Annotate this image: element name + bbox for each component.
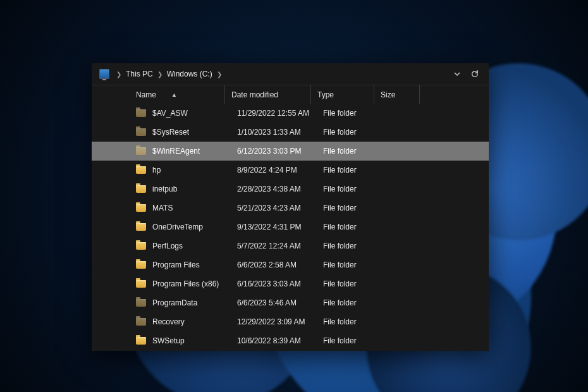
cell-name: inetpub <box>152 185 231 193</box>
column-header-size[interactable]: Size <box>374 85 419 104</box>
cell-date: 8/9/2022 4:24 PM <box>231 166 317 175</box>
folder-icon <box>136 109 146 117</box>
cell-name: $SysReset <box>152 128 231 137</box>
cell-type: File folder <box>317 279 380 288</box>
recent-locations-button[interactable] <box>448 65 466 83</box>
cell-type: File folder <box>317 147 380 156</box>
cell-name: Program Files <box>152 260 231 269</box>
table-row[interactable]: $SysReset1/10/2023 1:33 AMFile folder <box>92 123 489 142</box>
folder-icon <box>136 166 146 174</box>
file-list: $AV_ASW11/29/2022 12:55 AMFile folder$Sy… <box>92 104 489 350</box>
column-header-row: Name ▲ Date modified Type Size <box>92 85 489 104</box>
table-row[interactable]: $WinREAgent6/12/2023 3:03 PMFile folder <box>92 142 489 161</box>
cell-type: File folder <box>317 223 380 231</box>
folder-icon <box>136 128 146 136</box>
cell-name: $AV_ASW <box>152 109 231 118</box>
chevron-right-icon: ❯ <box>116 71 121 78</box>
file-explorer-window: ❯ This PC ❯ Windows (C:) ❯ Name ▲ Date m… <box>92 63 489 351</box>
sort-ascending-icon: ▲ <box>171 92 177 98</box>
cell-type: File folder <box>317 260 380 269</box>
cell-date: 10/6/2022 8:39 AM <box>231 336 317 345</box>
cell-name: Recovery <box>152 317 231 326</box>
refresh-button[interactable] <box>466 65 484 83</box>
folder-icon <box>136 223 146 231</box>
cell-name: hp <box>152 166 231 175</box>
cell-name: Program Files (x86) <box>152 279 231 288</box>
column-header-type[interactable]: Type <box>310 85 374 104</box>
cell-date: 12/29/2022 3:09 AM <box>231 317 317 326</box>
folder-icon <box>136 147 146 155</box>
table-row[interactable]: PerfLogs5/7/2022 12:24 AMFile folder <box>92 236 489 255</box>
cell-date: 5/7/2022 12:24 AM <box>231 242 317 250</box>
cell-name: PerfLogs <box>152 242 231 250</box>
table-row[interactable]: inetpub2/28/2023 4:38 AMFile folder <box>92 180 489 199</box>
cell-date: 9/13/2022 4:31 PM <box>231 223 317 231</box>
cell-type: File folder <box>317 298 380 307</box>
column-header-end <box>419 85 426 104</box>
cell-date: 1/10/2023 1:33 AM <box>231 128 317 137</box>
table-row[interactable]: MATS5/21/2023 4:23 AMFile folder <box>92 199 489 217</box>
folder-icon <box>136 337 146 345</box>
cell-type: File folder <box>317 242 380 250</box>
breadcrumb-windows-c[interactable]: Windows (C:) <box>166 68 214 80</box>
folder-icon <box>136 261 146 269</box>
folder-icon <box>136 204 146 212</box>
cell-type: File folder <box>317 166 380 175</box>
cell-date: 2/28/2023 4:38 AM <box>231 185 317 193</box>
table-row[interactable]: Recovery12/29/2022 3:09 AMFile folder <box>92 312 489 331</box>
cell-type: File folder <box>317 204 380 212</box>
table-row[interactable]: hp8/9/2022 4:24 PMFile folder <box>92 161 489 180</box>
column-label: Name <box>136 90 156 99</box>
column-label: Date modified <box>231 90 278 99</box>
cell-date: 11/29/2022 12:55 AM <box>231 109 317 118</box>
table-row[interactable]: ProgramData6/6/2023 5:46 AMFile folder <box>92 293 489 312</box>
cell-name: SWSetup <box>152 336 231 345</box>
cell-date: 6/12/2023 3:03 PM <box>231 147 317 156</box>
table-row[interactable]: SWSetup10/6/2022 8:39 AMFile folder <box>92 331 489 350</box>
column-label: Type <box>317 90 334 99</box>
cell-type: File folder <box>317 185 380 193</box>
table-row[interactable]: Program Files (x86)6/16/2023 3:03 AMFile… <box>92 274 489 293</box>
folder-icon <box>136 242 146 250</box>
folder-icon <box>136 280 146 288</box>
chevron-right-icon: ❯ <box>157 71 162 78</box>
cell-date: 6/6/2023 2:58 AM <box>231 260 317 269</box>
table-row[interactable]: $AV_ASW11/29/2022 12:55 AMFile folder <box>92 104 489 123</box>
folder-icon <box>136 318 146 326</box>
cell-name: OneDriveTemp <box>152 223 231 231</box>
this-pc-icon <box>99 69 109 79</box>
cell-name: MATS <box>152 204 231 212</box>
column-header-name[interactable]: Name ▲ <box>92 85 224 104</box>
column-header-date[interactable]: Date modified <box>224 85 310 104</box>
cell-name: ProgramData <box>152 298 231 307</box>
cell-type: File folder <box>317 109 380 118</box>
folder-icon <box>136 185 146 193</box>
breadcrumb-this-pc[interactable]: This PC <box>125 68 154 80</box>
chevron-right-icon: ❯ <box>217 71 222 78</box>
cell-type: File folder <box>317 336 380 345</box>
cell-date: 6/6/2023 5:46 AM <box>231 298 317 307</box>
cell-type: File folder <box>317 317 380 326</box>
cell-name: $WinREAgent <box>152 147 231 156</box>
cell-type: File folder <box>317 128 380 137</box>
column-label: Size <box>381 90 395 99</box>
cell-date: 6/16/2023 3:03 AM <box>231 279 317 288</box>
cell-date: 5/21/2023 4:23 AM <box>231 204 317 212</box>
folder-icon <box>136 299 146 307</box>
table-row[interactable]: Program Files6/6/2023 2:58 AMFile folder <box>92 255 489 274</box>
breadcrumb-bar: ❯ This PC ❯ Windows (C:) ❯ <box>92 63 489 85</box>
table-row[interactable]: OneDriveTemp9/13/2022 4:31 PMFile folder <box>92 217 489 236</box>
